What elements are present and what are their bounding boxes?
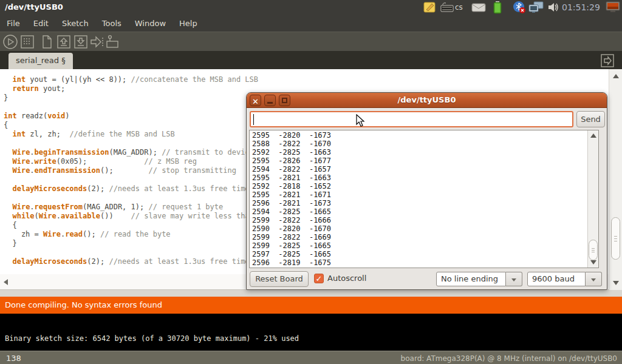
code-line: { bbox=[4, 121, 258, 130]
code-line bbox=[4, 194, 258, 203]
code-line bbox=[4, 248, 258, 257]
serial-monitor-icon[interactable] bbox=[104, 34, 120, 50]
code-line: { bbox=[4, 221, 258, 230]
serial-line: 2592 -2825 -1663 bbox=[252, 148, 331, 157]
serial-line: 2595 -2820 -1673 bbox=[252, 131, 331, 140]
battery-icon[interactable] bbox=[493, 1, 502, 13]
serial-input[interactable] bbox=[250, 111, 573, 127]
save-icon[interactable] bbox=[73, 34, 89, 50]
serial-line: 2599 -2825 -1665 bbox=[252, 241, 331, 250]
baud-rate-value[interactable]: 9600 baud bbox=[527, 272, 586, 286]
code-line: zh = Wire.read(); // read the byte bbox=[4, 230, 258, 239]
serial-line: 2588 -2822 -1670 bbox=[252, 140, 331, 148]
serial-output-area[interactable]: 2595 -2820 -16732588 -2822 -16702592 -28… bbox=[249, 130, 599, 268]
serial-line: 2599 -2822 -1669 bbox=[252, 233, 331, 241]
clock[interactable]: 01:51:29 bbox=[562, 2, 600, 12]
tab-list-arrow-icon[interactable] bbox=[600, 53, 615, 68]
code-line: } bbox=[4, 93, 258, 103]
serial-scrollbar[interactable] bbox=[587, 130, 598, 268]
code-line: Wire.beginTransmission(MAG_ADDR); // tra… bbox=[4, 148, 258, 157]
serial-line: 2596 -2821 -1673 bbox=[252, 199, 331, 207]
serial-line: 2595 -2821 -1663 bbox=[252, 174, 331, 182]
upload-icon[interactable] bbox=[89, 34, 104, 50]
displays-icon[interactable] bbox=[606, 1, 620, 13]
toolbar bbox=[0, 32, 622, 51]
code-line: delayMicroseconds(2); //needs at least 1… bbox=[4, 257, 258, 266]
chevron-down-icon[interactable] bbox=[506, 272, 522, 286]
serial-line: 2592 -2818 -1652 bbox=[252, 182, 331, 190]
menu-item-tools[interactable]: Tools bbox=[95, 16, 128, 31]
autoscroll-label: Autoscroll bbox=[327, 274, 366, 283]
autoscroll-checkbox[interactable]: ✓ bbox=[314, 274, 324, 283]
serial-line: 2595 -2826 -1677 bbox=[252, 157, 331, 165]
scroll-left-icon[interactable] bbox=[4, 279, 8, 285]
network-icon[interactable] bbox=[528, 1, 544, 13]
code-line bbox=[4, 175, 258, 184]
menu-item-file[interactable]: File bbox=[0, 16, 27, 31]
code-line: int readz(void) bbox=[4, 112, 258, 121]
line-ending-value[interactable]: No line ending bbox=[436, 272, 506, 286]
stop-icon[interactable] bbox=[19, 34, 35, 50]
serial-line: 2590 -2820 -1670 bbox=[252, 224, 331, 233]
top-panel: /dev/ttyUSB0 cs 01:51:29 bbox=[0, 0, 622, 15]
scroll-up-icon[interactable] bbox=[590, 133, 596, 138]
chevron-down-icon[interactable] bbox=[586, 272, 602, 286]
mouse-cursor bbox=[356, 114, 367, 130]
menu-item-sketch[interactable]: Sketch bbox=[55, 16, 95, 31]
scroll-down-icon[interactable] bbox=[590, 260, 596, 265]
serial-line: 2599 -2822 -1666 bbox=[252, 216, 331, 224]
code-line: int yout = (yl|(yh << 8)); //concatenate… bbox=[4, 75, 258, 84]
status-bar: 138 board: ATmega328P(A) @ 8 MHz (intern… bbox=[0, 351, 622, 364]
serial-line: 2595 -2821 -1671 bbox=[252, 190, 331, 199]
serial-line: 2594 -2822 -1657 bbox=[252, 165, 331, 174]
menu-item-window[interactable]: Window bbox=[128, 16, 173, 31]
scroll-up-icon[interactable] bbox=[613, 74, 619, 78]
tab-serial-read[interactable]: serial_read § bbox=[9, 53, 73, 69]
serial-line: 2597 -2825 -1665 bbox=[252, 250, 331, 258]
status-message-bar: Done compiling. No syntax errors found bbox=[0, 297, 622, 314]
tab-bar: serial_read § bbox=[0, 51, 622, 69]
bluetooth-icon[interactable] bbox=[512, 1, 527, 13]
code-line: } bbox=[4, 239, 258, 248]
code-line: delayMicroseconds(2); //needs at least 1… bbox=[4, 184, 258, 194]
text-caret bbox=[253, 114, 254, 125]
line-number: 138 bbox=[6, 354, 21, 363]
window-titlebar[interactable]: ✕ /dev/ttyUSB0 bbox=[247, 93, 607, 108]
menubar: FileEditSketchToolsWindowHelp bbox=[0, 15, 622, 32]
desktop: /dev/ttyUSB0 cs 01:51:29 FileEditSketchT… bbox=[0, 0, 622, 364]
code-line: int zl, zh; //define the MSB and LSB bbox=[4, 130, 258, 139]
menu-item-help[interactable]: Help bbox=[173, 16, 204, 31]
verify-icon[interactable] bbox=[2, 34, 18, 50]
code-line: while(Wire.available()) // slave may wri… bbox=[4, 212, 258, 221]
scrollbar-thumb[interactable] bbox=[611, 217, 620, 260]
editor-vertical-scrollbar[interactable] bbox=[609, 69, 622, 290]
menu-item-edit[interactable]: Edit bbox=[27, 16, 55, 31]
serial-output-lines: 2595 -2820 -16732588 -2822 -16702592 -28… bbox=[252, 131, 331, 267]
serial-monitor-window: ✕ /dev/ttyUSB0 Send 2595 -2820 -16732588… bbox=[246, 92, 607, 290]
scrollbar-thumb[interactable] bbox=[589, 240, 598, 260]
scroll-down-icon[interactable] bbox=[613, 281, 619, 285]
code-line: return yout; bbox=[4, 84, 258, 93]
volume-icon[interactable] bbox=[547, 1, 559, 13]
console-output: Binary sketch size: 6542 bytes (of a 307… bbox=[5, 334, 299, 343]
code-line: Wire.endTransmission(); // stop transmit… bbox=[4, 166, 258, 175]
code-line: Wire.requestFrom(MAG_ADDR, 1); // reques… bbox=[4, 203, 258, 212]
active-window-title: /dev/ttyUSB0 bbox=[5, 2, 63, 12]
new-sketch-icon[interactable] bbox=[39, 34, 55, 50]
keyboard-icon[interactable] bbox=[440, 1, 454, 13]
mail-icon[interactable] bbox=[471, 1, 486, 13]
serial-line: 2596 -2819 -1675 bbox=[252, 258, 331, 267]
board-info: board: ATmega328P(A) @ 8 MHz (internal) … bbox=[401, 354, 617, 363]
note-icon[interactable] bbox=[423, 1, 436, 13]
build-console: Binary sketch size: 6542 bytes (of a 307… bbox=[0, 314, 622, 351]
send-button[interactable]: Send bbox=[576, 111, 605, 127]
keyboard-layout-label[interactable]: cs bbox=[455, 3, 463, 12]
code-text: int yout = (yl|(yh << 8)); //concatenate… bbox=[4, 75, 258, 266]
open-icon[interactable] bbox=[56, 34, 72, 50]
window-title: /dev/ttyUSB0 bbox=[247, 95, 607, 104]
code-line bbox=[4, 139, 258, 148]
serial-line: 2594 -2825 -1665 bbox=[252, 207, 331, 216]
code-line: Wire.write(0x05); // z MSB reg bbox=[4, 157, 258, 166]
code-line bbox=[4, 103, 258, 112]
reset-board-button[interactable]: Reset Board bbox=[250, 271, 309, 287]
